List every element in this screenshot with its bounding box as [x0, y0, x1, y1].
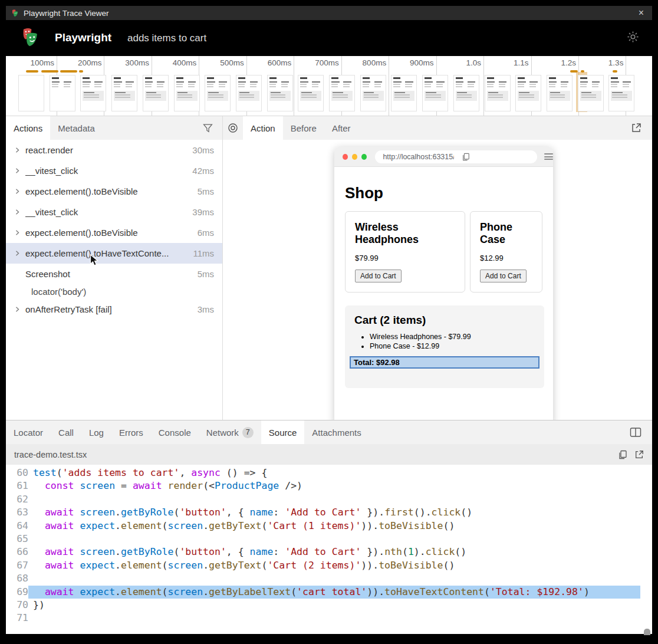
copy-url-icon[interactable]: [454, 153, 533, 161]
timeline-thumbnail[interactable]: [515, 75, 541, 111]
filter-icon[interactable]: [198, 116, 218, 140]
target-icon[interactable]: [223, 116, 243, 140]
action-label: expect.element().toBeVisible: [25, 228, 198, 238]
traffic-light-yellow: [352, 154, 357, 160]
tab-network[interactable]: Network7: [199, 420, 261, 444]
timeline-thumbnail[interactable]: [547, 75, 573, 111]
action-row[interactable]: expect.element().toHaveTextConte...11ms: [6, 243, 222, 264]
code-line-text: await expect.element(screen.getByText('C…: [28, 559, 640, 572]
vertical-scrollbar-thumb[interactable]: [644, 629, 650, 635]
address-bar[interactable]: http://localhost:63315/__vitest_test__/?…: [375, 150, 537, 163]
tab-console[interactable]: Console: [151, 420, 199, 444]
test-title: adds items to cart: [127, 32, 206, 44]
url-text: http://localhost:63315/__vitest_test__/?…: [375, 153, 454, 161]
split-view-icon[interactable]: [625, 420, 646, 444]
timeline-thumbnail[interactable]: [453, 75, 479, 111]
timeline-thumbnail[interactable]: [174, 75, 200, 111]
vertical-scrollbar[interactable]: [644, 465, 650, 635]
code-line: 68: [6, 572, 652, 585]
timeline-thumbnail[interactable]: [18, 75, 44, 111]
code-line: 69 await expect.element(screen.getByLabe…: [6, 586, 652, 599]
action-row[interactable]: __vitest_click42ms: [6, 160, 222, 181]
line-number: 70: [6, 599, 28, 612]
timeline-thumbnail[interactable]: [80, 75, 106, 111]
tab-log[interactable]: Log: [81, 420, 111, 444]
chevron-right-icon: [6, 249, 25, 257]
add-to-cart-button[interactable]: Add to Cart: [355, 270, 402, 282]
action-duration: 6ms: [198, 228, 222, 238]
app-header: Playwright adds items to cart: [0, 20, 658, 56]
thumb-shop-title: [611, 77, 618, 79]
action-sublabel: locator('body'): [6, 284, 222, 299]
action-row[interactable]: __vitest_click39ms: [6, 202, 222, 222]
tab-actions[interactable]: Actions: [6, 116, 50, 140]
timeline-thumbnail[interactable]: [50, 75, 75, 111]
timeline-tick-label: 200ms: [60, 58, 101, 67]
cart-heading: Cart (2 items): [354, 314, 535, 327]
line-number: 64: [6, 520, 28, 533]
tab-locator[interactable]: Locator: [6, 420, 51, 444]
browser-menu-icon[interactable]: [544, 152, 553, 162]
timeline-thumbnail[interactable]: [422, 75, 448, 111]
timeline-thumbnail[interactable]: [329, 75, 355, 111]
thumb-shop-title: [393, 77, 400, 79]
timeline[interactable]: 100ms200ms300ms400ms500ms600ms700ms800ms…: [6, 56, 652, 116]
timeline-thumbnail[interactable]: [608, 75, 634, 111]
code-line-text: [28, 493, 640, 506]
tab-call[interactable]: Call: [51, 420, 81, 444]
tab-after[interactable]: After: [324, 116, 358, 140]
add-to-cart-button[interactable]: Add to Cart: [480, 270, 527, 282]
code-line: 71: [6, 612, 652, 625]
code-line: 62: [6, 493, 652, 506]
settings-gear-icon[interactable]: [626, 30, 640, 46]
code-line: 67 await expect.element(screen.getByText…: [6, 559, 652, 572]
thumb-shop-title: [456, 77, 463, 79]
timeline-thumbnail[interactable]: [111, 75, 137, 111]
line-number: 61: [6, 479, 28, 492]
action-label: expect.element().toBeVisible: [25, 186, 198, 196]
code-line-text: await expect.element(screen.getByLabelTe…: [28, 586, 640, 599]
tab-errors[interactable]: Errors: [111, 420, 151, 444]
action-row[interactable]: Screenshot5ms: [6, 264, 222, 284]
copy-source-icon[interactable]: [614, 450, 631, 459]
timeline-thumbnail[interactable]: [360, 75, 386, 111]
action-row[interactable]: expect.element().toBeVisible6ms: [6, 222, 222, 243]
open-source-external-icon[interactable]: [631, 450, 647, 459]
action-label: Screenshot: [25, 269, 198, 279]
timeline-tick-label: 1.1s: [488, 58, 529, 67]
action-row[interactable]: react.render30ms: [6, 140, 222, 160]
thumb-shop-title: [425, 77, 432, 79]
timeline-tick-label: 500ms: [203, 58, 244, 67]
shop-heading: Shop: [345, 184, 542, 202]
chevron-right-icon: [6, 305, 25, 313]
action-duration: 39ms: [192, 207, 222, 217]
tab-attachments[interactable]: Attachments: [304, 420, 369, 444]
timeline-thumbnail[interactable]: [298, 75, 324, 111]
window-close-button[interactable]: ×: [639, 8, 644, 18]
thumb-shop-title: [207, 77, 214, 79]
code-line-text: [28, 572, 640, 585]
tab-action[interactable]: Action: [243, 116, 283, 140]
timeline-thumbnail[interactable]: [205, 75, 231, 111]
action-row[interactable]: expect.element().toBeVisible5ms: [6, 181, 222, 202]
tab-metadata[interactable]: Metadata: [50, 116, 103, 140]
action-label: __vitest_click: [25, 166, 192, 176]
thumb-shop-title: [114, 77, 121, 79]
timeline-tick-label: 800ms: [345, 58, 386, 67]
timeline-tick-label: 900ms: [393, 58, 434, 67]
tab-source[interactable]: Source: [261, 420, 305, 444]
timeline-thumbnail[interactable]: [391, 75, 417, 111]
timeline-thumbnail[interactable]: [578, 75, 604, 111]
thumb-shop-title: [300, 77, 307, 79]
open-external-icon[interactable]: [626, 116, 646, 140]
timeline-thumbnail[interactable]: [485, 75, 511, 111]
timeline-thumbnail[interactable]: [267, 75, 293, 111]
thumb-shop-title: [487, 77, 494, 79]
action-label: __vitest_click: [25, 207, 192, 217]
timeline-thumbnail[interactable]: [143, 75, 169, 111]
action-row[interactable]: onAfterRetryTask [fail]3ms: [6, 299, 222, 320]
timeline-tick-label: 700ms: [298, 58, 339, 67]
timeline-thumbnail[interactable]: [236, 75, 262, 111]
product-card: Wireless Headphones $79.99 Add to Cart: [345, 211, 465, 293]
tab-before[interactable]: Before: [283, 116, 324, 140]
